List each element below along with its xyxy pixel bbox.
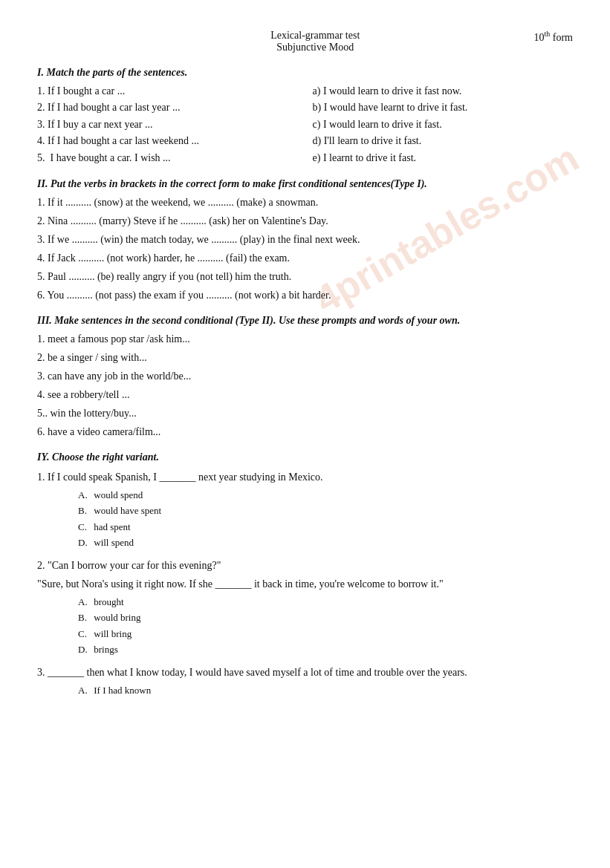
section-1-item-1: 1. If I bought a car ... a) I would lear… xyxy=(37,83,573,99)
question-1-option-c: C. had spent xyxy=(78,520,573,535)
section-2-item-6: 6. You .......... (not pass) the exam if… xyxy=(37,287,573,303)
section-1-title: I. Match the parts of the sentences. xyxy=(37,67,573,79)
section-3-item-1: 1. meet a famous pop star /ask him... xyxy=(37,331,573,347)
header-center: Lexical-grammar test Subjunctive Mood xyxy=(97,30,534,53)
question-2-option-b: B. would bring xyxy=(78,610,573,625)
section-3-item-2: 2. be a singer / sing with... xyxy=(37,350,573,365)
header-title: Lexical-grammar test xyxy=(97,30,534,42)
question-1-option-a: A. would spend xyxy=(78,488,573,503)
question-1-option-b: B. would have spent xyxy=(78,503,573,518)
section-2-item-1: 1. If it .......... (snow) at the weeken… xyxy=(37,195,573,210)
question-2-option-d: D. brings xyxy=(78,642,573,657)
section-1: I. Match the parts of the sentences. 1. … xyxy=(37,67,573,166)
question-2: 2. "Can I borrow your car for this eveni… xyxy=(37,558,573,657)
question-2-text-2: "Sure, but Nora's using it right now. If… xyxy=(37,576,573,592)
question-1-text: 1. If I could speak Spanish, I _______ n… xyxy=(37,469,573,485)
section-3-item-5: 5.. win the lottery/buy... xyxy=(37,405,573,421)
section-2: II. Put the verbs in brackets in the cor… xyxy=(37,178,573,303)
section-3-item-6: 6. have a video camera/film... xyxy=(37,424,573,440)
section-2-item-4: 4. If Jack .......... (not work) harder,… xyxy=(37,250,573,266)
header-subtitle: Subjunctive Mood xyxy=(97,42,534,53)
section-4-title: IY. Choose the right variant. xyxy=(37,451,573,463)
section-1-item-4: 4. If I had bought a car last weekend ..… xyxy=(37,133,573,149)
section-1-item-2: 2. If I had bought a car last year ... b… xyxy=(37,99,573,116)
section-2-item-2: 2. Nina .......... (marry) Steve if he .… xyxy=(37,213,573,229)
header: Lexical-grammar test Subjunctive Mood 10… xyxy=(37,30,573,53)
question-3: 3. _______ then what I know today, I wou… xyxy=(37,665,573,698)
question-2-text-1: 2. "Can I borrow your car for this eveni… xyxy=(37,558,573,573)
section-1-item-5: 5. I have bought a car. I wish ... e) I … xyxy=(37,150,573,166)
section-3-item-3: 3. can have any job in the world/be... xyxy=(37,368,573,384)
section-3-item-4: 4. see a robbery/tell ... xyxy=(37,387,573,402)
section-4: IY. Choose the right variant. 1. If I co… xyxy=(37,451,573,698)
question-3-text: 3. _______ then what I know today, I wou… xyxy=(37,665,573,680)
section-2-item-5: 5. Paul .......... (be) really angry if … xyxy=(37,269,573,284)
section-1-item-3: 3. If I buy a car next year ... c) I wou… xyxy=(37,117,573,133)
section-2-item-3: 3. If we .......... (win) the match toda… xyxy=(37,232,573,247)
question-3-option-a: A. If I had known xyxy=(78,683,573,698)
question-1-option-d: D. will spend xyxy=(78,535,573,550)
section-2-title: II. Put the verbs in brackets in the cor… xyxy=(37,178,573,190)
question-1: 1. If I could speak Spanish, I _______ n… xyxy=(37,469,573,550)
section-3-title: III. Make sentences in the second condit… xyxy=(37,315,573,327)
section-3: III. Make sentences in the second condit… xyxy=(37,315,573,440)
question-2-option-a: A. brought xyxy=(78,595,573,610)
header-grade: 10th form xyxy=(534,30,574,44)
question-2-option-c: C. will bring xyxy=(78,627,573,642)
